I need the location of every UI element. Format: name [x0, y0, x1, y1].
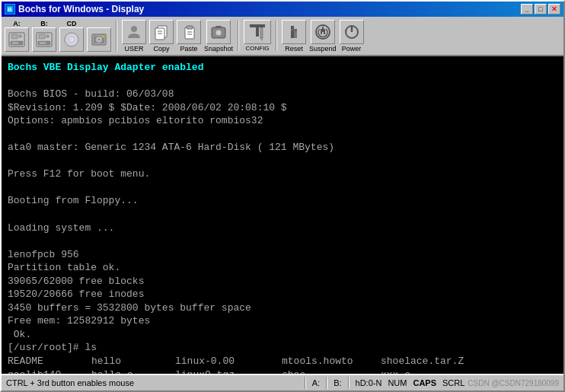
svg-rect-34	[260, 27, 263, 38]
svg-rect-31	[215, 26, 222, 28]
reset-label: Reset	[285, 45, 303, 53]
terminal-revision: $Revision: 1.209 $ $Date: 2008/06/02 20:…	[8, 101, 557, 115]
status-scrl: SCRL	[439, 378, 468, 387]
drive-cd[interactable]: CD	[59, 20, 84, 52]
terminal-blank-3	[8, 155, 557, 168]
status-div-3	[348, 377, 350, 389]
power-icon[interactable]	[340, 20, 364, 44]
terminal-blank-2	[8, 128, 557, 142]
vbe-message: Bochs VBE Display Adapter enabled	[8, 62, 203, 73]
svg-rect-26	[187, 26, 193, 29]
drive-hd[interactable]	[87, 20, 111, 52]
svg-point-14	[71, 39, 73, 41]
drive-cd-label: CD	[67, 20, 77, 27]
terminal-bios-build: Bochs BIOS - build: 06/03/08	[8, 88, 557, 101]
drive-hd-icon[interactable]	[87, 27, 111, 52]
config-icon[interactable]	[244, 20, 271, 44]
main-window: B Bochs for Windows - Display _ □ ✕ A:	[0, 0, 565, 392]
copy-icon[interactable]	[149, 20, 174, 44]
paste-label: Paste	[180, 45, 197, 53]
terminal-ls-row1: README hello linux-0.00 mtools.howto sho…	[8, 355, 557, 368]
svg-rect-8	[39, 34, 45, 39]
terminal-ata0: ata0 master: Generic 1234 ATA-6 Hard-Dis…	[8, 141, 557, 155]
svg-rect-42	[324, 29, 325, 34]
svg-marker-35	[260, 38, 263, 41]
terminal-free-blocks: 39065/62000 free blocks	[8, 275, 557, 288]
terminal-blank-4	[8, 181, 557, 195]
tb-paste[interactable]: Paste	[177, 20, 201, 53]
svg-rect-9	[46, 34, 49, 38]
drive-a-icon[interactable]	[5, 27, 29, 52]
tb-suspend[interactable]: Suspend	[309, 20, 337, 53]
terminal-buffers: 3450 buffers = 3532800 bytes buffer spac…	[8, 301, 557, 315]
terminal-partition: Partition table ok.	[8, 261, 557, 275]
drive-hd-label	[98, 20, 101, 27]
svg-rect-3	[11, 34, 18, 39]
tb-user[interactable]: USER	[122, 20, 146, 53]
terminal-ok: Ok.	[8, 328, 557, 342]
terminal-f12: Press F12 for boot menu.	[8, 167, 557, 181]
svg-rect-4	[18, 34, 22, 38]
tb-copy[interactable]: Copy	[149, 20, 174, 53]
window-title: Bochs for Windows - Display	[18, 4, 144, 14]
user-label: USER	[124, 45, 143, 53]
tb-config[interactable]: CONFIG	[244, 20, 271, 52]
svg-rect-41	[321, 29, 322, 34]
minimize-button[interactable]: _	[521, 4, 533, 14]
paste-icon[interactable]	[177, 20, 201, 44]
power-label: Power	[342, 45, 362, 53]
close-button[interactable]: ✕	[548, 4, 560, 14]
tb-reset[interactable]: Reset	[282, 20, 306, 53]
svg-point-19	[102, 36, 104, 38]
status-drive-b: B:	[330, 378, 344, 387]
svg-point-18	[98, 39, 100, 40]
copy-label: Copy	[153, 45, 169, 53]
status-drive-a: A:	[309, 378, 323, 387]
status-div-2	[326, 377, 327, 389]
watermark: CSDN @CSDN729180099	[468, 379, 559, 387]
drive-a[interactable]: A:	[5, 20, 29, 52]
terminal-boot: Booting from Floppy...	[8, 194, 557, 208]
svg-rect-6	[12, 42, 18, 44]
terminal-free-mem: Free mem: 12582912 bytes	[8, 314, 557, 328]
terminal-ls-row2: gcclib140 hello.c linux0.tgz shoe xxx.c	[8, 368, 557, 374]
terminal-ls-cmd: [/usr/root]# ls	[8, 341, 557, 355]
user-icon[interactable]	[122, 20, 146, 44]
reset-icon[interactable]	[282, 20, 306, 44]
snapshot-icon[interactable]	[206, 20, 231, 44]
terminal-line-1: Bochs VBE Display Adapter enabled	[8, 61, 557, 75]
terminal-options: Options: apmbios pcibios eltorito rombio…	[8, 114, 557, 128]
toolbar: A: B:	[2, 17, 563, 56]
svg-rect-11	[40, 42, 46, 44]
tb-power[interactable]: Power	[340, 20, 364, 53]
terminal-blank-1	[8, 75, 557, 88]
status-bar: CTRL + 3rd button enables mouse A: B: hD…	[2, 374, 563, 390]
suspend-icon[interactable]	[311, 20, 335, 44]
title-bar-left: B Bochs for Windows - Display	[5, 4, 144, 14]
status-hint: CTRL + 3rd button enables mouse	[6, 378, 302, 387]
window-icon: B	[5, 4, 15, 14]
title-bar: B Bochs for Windows - Display _ □ ✕	[2, 2, 563, 17]
status-caps: CAPS	[410, 378, 439, 387]
tb-snapshot[interactable]: Snapshot	[204, 20, 233, 53]
svg-rect-38	[291, 29, 297, 31]
status-hd: hD:0-N	[353, 378, 385, 387]
sep-1	[116, 21, 117, 51]
drive-b[interactable]: B:	[32, 20, 56, 52]
drive-b-icon[interactable]	[32, 27, 56, 52]
terminal-display: Bochs VBE Display Adapter enabled Bochs …	[2, 56, 563, 374]
svg-point-30	[215, 30, 222, 36]
suspend-label: Suspend	[309, 45, 337, 53]
svg-point-20	[131, 26, 137, 32]
status-num: NUM	[385, 378, 410, 387]
terminal-blank-5	[8, 208, 557, 221]
drive-a-label: A:	[13, 20, 21, 27]
maximize-button[interactable]: □	[535, 4, 547, 14]
svg-rect-33	[256, 27, 259, 37]
sep-2	[238, 21, 239, 51]
snapshot-label: Snapshot	[204, 45, 233, 53]
drive-cd-icon[interactable]	[59, 27, 84, 52]
drive-b-label: B:	[40, 20, 48, 27]
terminal-free-inodes: 19520/20666 free inodes	[8, 288, 557, 301]
title-buttons: _ □ ✕	[521, 4, 560, 14]
